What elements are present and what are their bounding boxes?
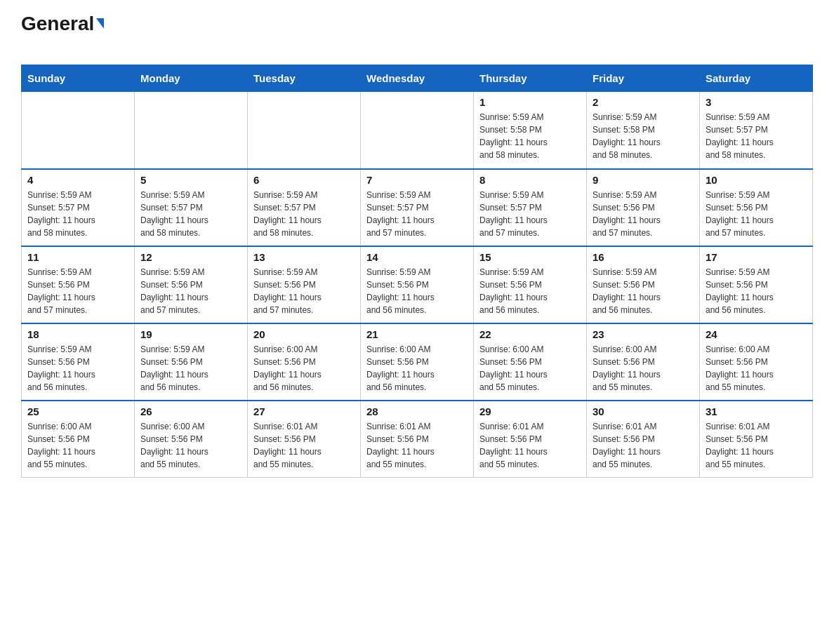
calendar-cell: 10Sunrise: 5:59 AM Sunset: 5:56 PM Dayli… (700, 169, 813, 246)
day-info: Sunrise: 6:00 AM Sunset: 5:56 PM Dayligh… (27, 420, 128, 471)
day-number: 10 (706, 174, 807, 186)
calendar-cell (361, 92, 474, 169)
calendar-cell: 15Sunrise: 5:59 AM Sunset: 5:56 PM Dayli… (474, 246, 587, 323)
day-info: Sunrise: 5:59 AM Sunset: 5:56 PM Dayligh… (140, 343, 241, 394)
day-number: 11 (27, 251, 128, 263)
calendar-week-2: 4Sunrise: 5:59 AM Sunset: 5:57 PM Daylig… (22, 169, 813, 246)
calendar-cell: 13Sunrise: 5:59 AM Sunset: 5:56 PM Dayli… (248, 246, 361, 323)
day-number: 22 (479, 328, 581, 340)
calendar-cell: 28Sunrise: 6:01 AM Sunset: 5:56 PM Dayli… (361, 401, 474, 478)
calendar-cell: 17Sunrise: 5:59 AM Sunset: 5:56 PM Dayli… (700, 246, 813, 323)
day-info: Sunrise: 5:59 AM Sunset: 5:56 PM Dayligh… (706, 266, 807, 316)
day-info: Sunrise: 6:01 AM Sunset: 5:56 PM Dayligh… (366, 420, 468, 471)
day-number: 19 (140, 328, 241, 340)
day-number: 25 (27, 405, 128, 417)
day-info: Sunrise: 6:01 AM Sunset: 5:56 PM Dayligh… (479, 420, 581, 471)
calendar-cell: 31Sunrise: 6:01 AM Sunset: 5:56 PM Dayli… (700, 401, 813, 478)
day-number: 20 (253, 328, 355, 340)
day-number: 15 (479, 251, 581, 263)
day-info: Sunrise: 5:59 AM Sunset: 5:56 PM Dayligh… (479, 266, 581, 316)
calendar-cell (22, 92, 135, 169)
day-info: Sunrise: 6:00 AM Sunset: 5:56 PM Dayligh… (366, 343, 468, 394)
day-number: 27 (253, 405, 355, 417)
calendar-cell: 30Sunrise: 6:01 AM Sunset: 5:56 PM Dayli… (587, 401, 700, 478)
day-number: 9 (593, 174, 694, 186)
day-number: 16 (593, 251, 694, 263)
calendar-cell: 14Sunrise: 5:59 AM Sunset: 5:56 PM Dayli… (361, 246, 474, 323)
day-number: 1 (479, 96, 581, 108)
calendar-cell: 19Sunrise: 5:59 AM Sunset: 5:56 PM Dayli… (135, 323, 248, 401)
calendar-week-1: 1Sunrise: 5:59 AM Sunset: 5:58 PM Daylig… (22, 92, 813, 169)
day-info: Sunrise: 6:01 AM Sunset: 5:56 PM Dayligh… (706, 420, 807, 471)
calendar-cell: 6Sunrise: 5:59 AM Sunset: 5:57 PM Daylig… (248, 169, 361, 246)
day-info: Sunrise: 5:59 AM Sunset: 5:57 PM Dayligh… (479, 189, 581, 239)
calendar-cell: 26Sunrise: 6:00 AM Sunset: 5:56 PM Dayli… (135, 401, 248, 478)
day-number: 3 (706, 96, 807, 108)
day-number: 30 (593, 405, 694, 417)
calendar-week-5: 25Sunrise: 6:00 AM Sunset: 5:56 PM Dayli… (22, 401, 813, 478)
day-info: Sunrise: 6:01 AM Sunset: 5:56 PM Dayligh… (253, 420, 355, 471)
day-info: Sunrise: 5:59 AM Sunset: 5:56 PM Dayligh… (706, 189, 807, 239)
day-info: Sunrise: 6:00 AM Sunset: 5:56 PM Dayligh… (253, 343, 355, 394)
calendar-cell: 24Sunrise: 6:00 AM Sunset: 5:56 PM Dayli… (700, 323, 813, 401)
day-info: Sunrise: 5:59 AM Sunset: 5:57 PM Dayligh… (140, 189, 241, 239)
day-number: 4 (27, 174, 128, 186)
column-header-tuesday: Tuesday (248, 65, 361, 92)
calendar-cell: 20Sunrise: 6:00 AM Sunset: 5:56 PM Dayli… (248, 323, 361, 401)
page-header: General (21, 14, 813, 52)
day-number: 7 (366, 174, 468, 186)
logo-blue-row (24, 34, 25, 52)
calendar-cell: 2Sunrise: 5:59 AM Sunset: 5:58 PM Daylig… (587, 92, 700, 169)
calendar-cell: 9Sunrise: 5:59 AM Sunset: 5:56 PM Daylig… (587, 169, 700, 246)
logo: General (21, 14, 104, 52)
day-info: Sunrise: 6:00 AM Sunset: 5:56 PM Dayligh… (140, 420, 241, 471)
day-number: 23 (593, 328, 694, 340)
calendar-cell: 1Sunrise: 5:59 AM Sunset: 5:58 PM Daylig… (474, 92, 587, 169)
calendar-cell: 27Sunrise: 6:01 AM Sunset: 5:56 PM Dayli… (248, 401, 361, 478)
calendar-table: SundayMondayTuesdayWednesdayThursdayFrid… (21, 65, 813, 478)
day-number: 26 (140, 405, 241, 417)
day-info: Sunrise: 5:59 AM Sunset: 5:57 PM Dayligh… (706, 111, 807, 161)
day-info: Sunrise: 5:59 AM Sunset: 5:56 PM Dayligh… (27, 343, 128, 394)
calendar-week-3: 11Sunrise: 5:59 AM Sunset: 5:56 PM Dayli… (22, 246, 813, 323)
day-info: Sunrise: 5:59 AM Sunset: 5:56 PM Dayligh… (593, 189, 694, 239)
day-info: Sunrise: 5:59 AM Sunset: 5:57 PM Dayligh… (253, 189, 355, 239)
calendar-cell: 5Sunrise: 5:59 AM Sunset: 5:57 PM Daylig… (135, 169, 248, 246)
day-info: Sunrise: 5:59 AM Sunset: 5:56 PM Dayligh… (366, 266, 468, 316)
calendar-cell: 21Sunrise: 6:00 AM Sunset: 5:56 PM Dayli… (361, 323, 474, 401)
calendar-cell: 16Sunrise: 5:59 AM Sunset: 5:56 PM Dayli… (587, 246, 700, 323)
calendar-cell (248, 92, 361, 169)
day-number: 29 (479, 405, 581, 417)
calendar-cell: 29Sunrise: 6:01 AM Sunset: 5:56 PM Dayli… (474, 401, 587, 478)
calendar-cell: 12Sunrise: 5:59 AM Sunset: 5:56 PM Dayli… (135, 246, 248, 323)
day-info: Sunrise: 5:59 AM Sunset: 5:56 PM Dayligh… (253, 266, 355, 316)
calendar-cell: 3Sunrise: 5:59 AM Sunset: 5:57 PM Daylig… (700, 92, 813, 169)
column-header-monday: Monday (135, 65, 248, 92)
day-info: Sunrise: 6:01 AM Sunset: 5:56 PM Dayligh… (593, 420, 694, 471)
calendar-week-4: 18Sunrise: 5:59 AM Sunset: 5:56 PM Dayli… (22, 323, 813, 401)
calendar-cell (135, 92, 248, 169)
column-header-friday: Friday (587, 65, 700, 92)
day-info: Sunrise: 6:00 AM Sunset: 5:56 PM Dayligh… (706, 343, 807, 394)
day-number: 21 (366, 328, 468, 340)
day-number: 2 (593, 96, 694, 108)
day-number: 18 (27, 328, 128, 340)
calendar-cell: 18Sunrise: 5:59 AM Sunset: 5:56 PM Dayli… (22, 323, 135, 401)
day-info: Sunrise: 6:00 AM Sunset: 5:56 PM Dayligh… (479, 343, 581, 394)
calendar-cell: 25Sunrise: 6:00 AM Sunset: 5:56 PM Dayli… (22, 401, 135, 478)
day-number: 6 (253, 174, 355, 186)
day-number: 24 (706, 328, 807, 340)
day-info: Sunrise: 5:59 AM Sunset: 5:58 PM Dayligh… (479, 111, 581, 161)
day-info: Sunrise: 5:59 AM Sunset: 5:56 PM Dayligh… (140, 266, 241, 316)
day-info: Sunrise: 5:59 AM Sunset: 5:58 PM Dayligh… (593, 111, 694, 161)
column-header-sunday: Sunday (22, 65, 135, 92)
day-info: Sunrise: 5:59 AM Sunset: 5:57 PM Dayligh… (27, 189, 128, 239)
logo-general-text: General (21, 14, 104, 34)
calendar-cell: 7Sunrise: 5:59 AM Sunset: 5:57 PM Daylig… (361, 169, 474, 246)
day-number: 5 (140, 174, 241, 186)
calendar-cell: 4Sunrise: 5:59 AM Sunset: 5:57 PM Daylig… (22, 169, 135, 246)
column-header-saturday: Saturday (700, 65, 813, 92)
day-info: Sunrise: 5:59 AM Sunset: 5:56 PM Dayligh… (593, 266, 694, 316)
column-header-thursday: Thursday (474, 65, 587, 92)
day-number: 28 (366, 405, 468, 417)
